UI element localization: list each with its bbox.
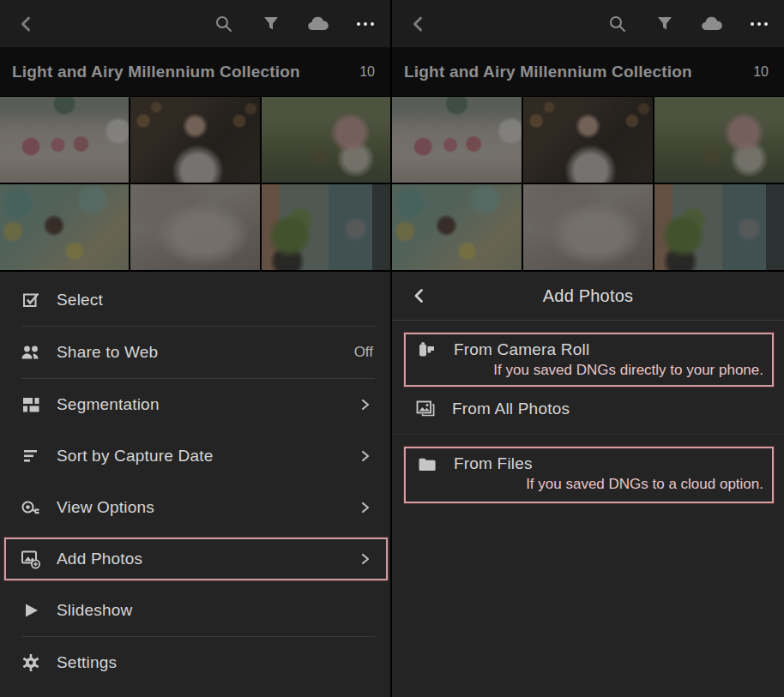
select-checkbox-icon <box>19 290 43 310</box>
search-button[interactable] <box>211 11 237 37</box>
menu-item-label: Select <box>57 291 373 309</box>
thumbnail-woman-by-teal-door[interactable] <box>262 184 390 270</box>
divider <box>392 434 784 435</box>
photo-grid <box>0 96 390 272</box>
thumbnail-sand-texture[interactable] <box>130 184 259 270</box>
left-screenshot: Light and Airy Millennium Collection 10 … <box>0 0 390 697</box>
menu-item-share-to-web[interactable]: Share to Web Off <box>0 327 390 378</box>
more-options-button[interactable] <box>746 11 772 37</box>
filter-funnel-icon <box>262 15 280 33</box>
filter-funnel-icon <box>655 15 674 33</box>
submenu-header: Add Photos <box>392 272 784 320</box>
menu-item-label: Settings <box>57 653 373 672</box>
view-options-eye-icon <box>19 497 43 518</box>
cloud-sync-button[interactable] <box>305 11 331 37</box>
collection-title: Light and Airy Millennium Collection <box>404 63 753 81</box>
menu-item-label: Sort by Capture Date <box>57 447 358 466</box>
submenu-item-from-all-photos[interactable]: From All Photos <box>404 391 774 427</box>
submenu-item-label: From Files <box>454 454 533 473</box>
thumbnail-party-hat-girl[interactable] <box>392 184 522 270</box>
more-options-button[interactable] <box>353 11 378 37</box>
menu-item-sort-by-capture-date[interactable]: Sort by Capture Date <box>0 430 390 482</box>
folder-icon <box>414 454 440 474</box>
thumbnail-woman-by-teal-door[interactable] <box>654 184 784 270</box>
filter-button[interactable] <box>652 11 678 37</box>
sort-lines-icon <box>19 446 43 466</box>
context-menu: Select Share to Web Off Segmentation <box>0 272 390 697</box>
thumbnail-bride-with-veil[interactable] <box>523 97 653 183</box>
menu-item-segmentation[interactable]: Segmentation <box>0 379 390 430</box>
collection-photo-count: 10 <box>753 64 769 80</box>
cloud-sync-button[interactable] <box>699 11 725 37</box>
menu-item-slideshow[interactable]: Slideshow <box>0 585 390 636</box>
submenu-item-from-files[interactable]: From Files If you saved DNGs to a cloud … <box>404 447 774 503</box>
chevron-right-icon <box>358 397 373 412</box>
menu-item-label: Add Photos <box>57 550 358 568</box>
submenu-item-note: If you saved DNGs to a cloud option. <box>414 476 763 493</box>
photo-grid <box>392 96 784 272</box>
back-chevron-icon <box>409 15 428 33</box>
chevron-right-icon <box>358 448 373 464</box>
menu-item-label: Slideshow <box>57 601 373 620</box>
thumbnail-party-hat-girl[interactable] <box>0 184 129 270</box>
thumbnail-kids-on-bed[interactable] <box>0 97 129 183</box>
chevron-right-icon <box>358 500 373 515</box>
back-button[interactable] <box>406 11 431 37</box>
submenu-back-button[interactable] <box>411 272 428 320</box>
collection-title-bar: Light and Airy Millennium Collection 10 <box>0 47 390 96</box>
menu-item-label: Segmentation <box>57 395 358 414</box>
share-to-web-status: Off <box>354 344 373 361</box>
menu-item-view-options[interactable]: View Options <box>0 482 390 533</box>
search-icon <box>607 14 628 34</box>
divider <box>392 320 784 321</box>
back-button[interactable] <box>14 11 39 37</box>
add-photos-icon <box>19 549 43 569</box>
top-toolbar <box>392 0 784 47</box>
search-button[interactable] <box>605 11 630 37</box>
menu-item-settings[interactable]: Settings <box>0 637 390 688</box>
submenu-item-note: If you saved DNGs directly to your phone… <box>414 362 763 379</box>
ellipsis-icon <box>749 20 769 28</box>
submenu-item-label: From Camera Roll <box>454 340 589 359</box>
people-icon <box>19 342 43 363</box>
screenshot-comparison: Light and Airy Millennium Collection 10 … <box>0 0 784 697</box>
back-chevron-icon <box>17 15 36 33</box>
cloud-icon <box>306 15 330 33</box>
thumbnail-bride-with-veil[interactable] <box>130 97 259 183</box>
thumbnail-kids-on-bed[interactable] <box>392 97 522 183</box>
submenu-title: Add Photos <box>392 286 784 306</box>
menu-item-add-photos[interactable]: Add Photos <box>0 533 390 585</box>
right-screenshot: Light and Airy Millennium Collection 10 … <box>392 0 784 697</box>
top-toolbar <box>0 0 390 47</box>
cloud-icon <box>700 15 724 33</box>
search-icon <box>214 14 234 34</box>
gear-icon <box>19 652 43 673</box>
menu-item-label: Share to Web <box>57 343 354 362</box>
segmentation-icon <box>19 394 43 415</box>
thumbnail-wingback-chair-in-field[interactable] <box>654 97 784 183</box>
submenu-item-from-camera-roll[interactable]: From Camera Roll If you saved DNGs direc… <box>404 333 774 387</box>
collection-title: Light and Airy Millennium Collection <box>12 63 359 81</box>
thumbnail-sand-texture[interactable] <box>523 184 653 270</box>
thumbnail-wingback-chair-in-field[interactable] <box>262 97 390 183</box>
collection-photo-count: 10 <box>359 64 375 80</box>
menu-item-label: View Options <box>57 498 358 517</box>
all-photos-icon <box>413 399 438 419</box>
submenu-item-label: From All Photos <box>452 400 570 418</box>
chevron-right-icon <box>358 551 373 567</box>
filter-button[interactable] <box>258 11 284 37</box>
collection-title-bar: Light and Airy Millennium Collection 10 <box>392 47 784 96</box>
add-photos-submenu: Add Photos From Camera Roll If you saved… <box>392 272 784 697</box>
camera-roll-icon <box>414 339 440 360</box>
menu-item-select[interactable]: Select <box>0 274 390 326</box>
back-chevron-icon <box>411 287 428 304</box>
ellipsis-icon <box>355 20 376 28</box>
play-icon <box>19 600 43 621</box>
